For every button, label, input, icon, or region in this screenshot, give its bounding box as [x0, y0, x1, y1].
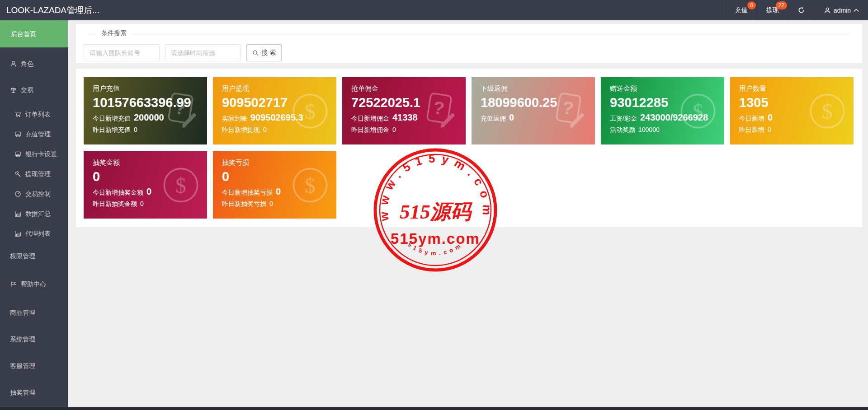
stat-cards-panel: 用户充值 10157663396.99 今日新增充值200000 昨日新增充值0…	[76, 69, 862, 227]
card-line-label: 充值返佣	[481, 115, 506, 122]
admin-dashboard-page: LOOK-LAZADA管理后... 充值 0 提现 22 admin 后台首页	[0, 0, 868, 410]
sidebar-item-help-center[interactable]: 帮助中心	[0, 274, 68, 294]
card-line-label: 昨日新增充值	[93, 126, 131, 133]
sidebar-item-agent-list[interactable]: 代理列表	[0, 224, 68, 243]
card-line-label: 昨日新增	[739, 126, 764, 133]
card-line-label: 实际到账	[222, 115, 247, 122]
card-line-value: 0	[269, 200, 273, 207]
card-line-label: 今日新增	[739, 115, 764, 122]
sidebar-item-data-summary[interactable]: 数据汇总	[0, 204, 68, 224]
sidebar-item-label: 商品管理	[10, 303, 35, 322]
card-line-value: 100000	[638, 126, 660, 133]
sidebar-item-label: 订单列表	[25, 104, 51, 124]
file-question-icon	[549, 91, 589, 131]
sidebar-item-label: 充值管理	[25, 124, 51, 144]
sidebar-item-product-mgmt[interactable]: 商品管理	[0, 303, 68, 322]
dollar-circle-icon	[290, 91, 330, 131]
search-button[interactable]: 搜 索	[246, 44, 282, 61]
refresh-button[interactable]	[788, 0, 814, 20]
card-line-label: 今日新增充值	[93, 115, 131, 122]
user-menu[interactable]: admin	[814, 0, 868, 20]
card-line-value: 0	[768, 112, 773, 122]
sidebar-item-roles[interactable]: 角色	[0, 54, 68, 74]
card-line-label: 今日新增抽奖亏损	[222, 189, 273, 196]
sidebar-item-label: 系统管理	[10, 329, 35, 349]
card-line-value: 0	[768, 126, 771, 133]
card-line-label: 工资/彩金	[610, 115, 637, 122]
stat-card-sub-rebate: 下级返佣 18099600.25 充值返佣0	[472, 77, 595, 144]
page-bottom-bar	[0, 407, 868, 410]
stat-card-row: 用户充值 10157663396.99 今日新增充值200000 昨日新增充值0…	[84, 77, 854, 144]
stat-card-user-count: 用户数量 1305 今日新增0 昨日新增0	[730, 77, 854, 144]
dollar-circle-icon	[807, 91, 847, 131]
file-question-icon	[420, 91, 459, 131]
recharge-nav-item[interactable]: 充值 0	[726, 0, 757, 20]
card-line-label: 昨日新增提现	[222, 126, 260, 133]
dollar-circle-icon	[290, 165, 330, 205]
scales-icon	[10, 87, 17, 93]
bar-chart-icon	[14, 210, 21, 217]
stat-card-user-recharge: 用户充值 10157663396.99 今日新增充值200000 昨日新增充值0	[84, 77, 207, 144]
sidebar-item-label: 抽奖管理	[10, 382, 35, 402]
sidebar-item-label: 交易控制	[25, 184, 51, 204]
sidebar-item-lottery-mgmt[interactable]: 抽奖管理	[0, 382, 68, 402]
fieldset-divider	[89, 34, 849, 34]
withdraw-nav-item[interactable]: 提现 22	[757, 0, 788, 20]
sidebar-item-withdraw-mgmt[interactable]: 提现管理	[0, 164, 68, 184]
sidebar-item-trade-control[interactable]: 交易控制	[0, 184, 68, 204]
time-filter-input[interactable]	[165, 44, 241, 61]
card-line-value: 0	[276, 186, 281, 196]
sidebar-item-bankcard-settings[interactable]: 银行卡设置	[0, 144, 68, 164]
caret-up-icon	[854, 9, 859, 12]
search-legend: 条件搜索	[97, 29, 131, 37]
sidebar-item-label: 帮助中心	[21, 274, 46, 294]
user-icon	[824, 7, 831, 14]
sidebar-item-label: 角色	[21, 54, 33, 74]
cart-icon	[14, 111, 21, 118]
card-line-label: 今日新增佣金	[351, 115, 389, 122]
sidebar-item-permissions[interactable]: 权限管理	[0, 246, 68, 266]
stat-card-lottery-loss: 抽奖亏损 0 今日新增抽奖亏损0 昨日新抽奖亏损0	[213, 151, 336, 219]
stat-card-order-commission: 抢单佣金 72522025.1 今日新增佣金41338 昨日新增佣金0	[342, 77, 466, 144]
main-content: 条件搜索 搜 索 用户充值 10157663396.99 今日新增充值20000…	[68, 20, 868, 410]
sidebar-item-recharge-mgmt[interactable]: 充值管理	[0, 124, 68, 144]
sidebar-item-service-mgmt[interactable]: 客服管理	[0, 356, 68, 376]
sidebar-item-order-list[interactable]: 订单列表	[0, 104, 68, 124]
card-line-value: 41338	[392, 112, 418, 122]
stat-card-gift-amount: 赠送金额 93012285 工资/彩金243000/9266928 活动奖励10…	[601, 77, 724, 144]
flag-icon	[10, 281, 17, 288]
monitor-icon	[14, 151, 21, 158]
sidebar-item-label: 代理列表	[25, 224, 51, 243]
sidebar-item-label: 客服管理	[10, 356, 35, 376]
top-navbar: LOOK-LAZADA管理后... 充值 0 提现 22 admin	[0, 0, 868, 20]
card-line-value: 0	[392, 126, 396, 133]
gauge-icon	[14, 191, 21, 197]
card-line-label: 今日新增抽奖金额	[93, 189, 143, 196]
person-icon	[10, 61, 17, 67]
bar-chart-icon	[14, 230, 21, 237]
card-line-label: 活动奖励	[610, 126, 635, 133]
sidebar-item-system-mgmt[interactable]: 系统管理	[0, 329, 68, 349]
team-leader-account-input[interactable]	[84, 44, 160, 61]
sidebar-item-label: 后台首页	[11, 20, 36, 47]
card-line-label: 昨日新增佣金	[351, 126, 389, 133]
dollar-circle-icon	[678, 91, 718, 131]
card-line-label: 昨日新抽奖金额	[93, 200, 137, 207]
sidebar-item-trade[interactable]: 交易	[0, 80, 68, 100]
stat-card-user-withdraw: 用户提现 909502717 实际到账909502695.3 昨日新增提现0	[213, 77, 336, 144]
card-line-value: 0	[134, 126, 137, 133]
sidebar-item-label: 权限管理	[10, 246, 35, 266]
withdraw-badge: 22	[776, 1, 787, 9]
card-line-label: 昨日新抽奖亏损	[222, 200, 266, 207]
recharge-badge: 0	[747, 1, 756, 9]
card-line-value: 0	[146, 186, 151, 196]
topbar-right-menu: 充值 0 提现 22 admin	[726, 0, 868, 20]
refresh-icon	[797, 6, 805, 14]
card-line-value: 0	[509, 112, 514, 122]
file-question-icon	[161, 91, 201, 131]
card-line-value: 0	[140, 200, 144, 207]
sidebar-item-label: 数据汇总	[25, 204, 51, 224]
card-line-value: 200000	[134, 112, 164, 122]
sidebar-item-home[interactable]: 后台首页	[0, 20, 68, 47]
search-icon	[252, 50, 259, 56]
